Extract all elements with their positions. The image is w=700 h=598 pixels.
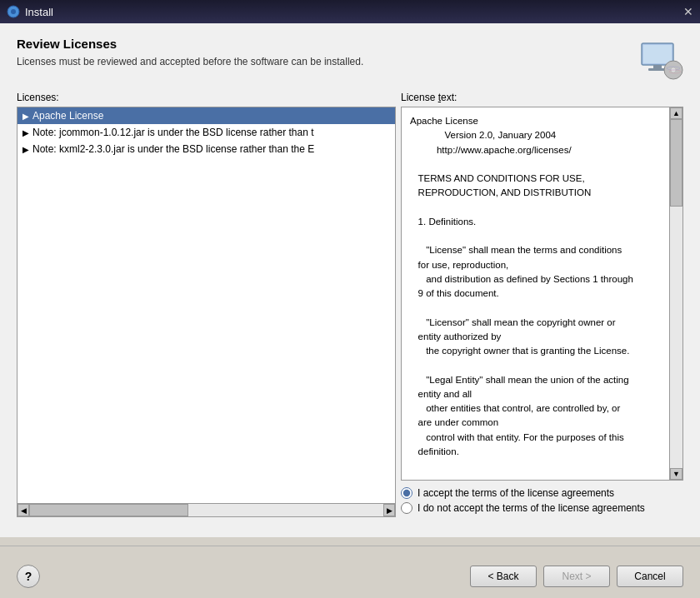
scroll-up-btn[interactable]: ▲ (670, 107, 682, 119)
titlebar-title: Install (25, 6, 53, 18)
svg-rect-4 (653, 65, 662, 68)
horizontal-scrollbar[interactable]: ◀ ▶ (17, 504, 396, 517)
decline-option: I do not accept the terms of the license… (401, 502, 683, 514)
right-panel: License text: Apache License Version 2.0… (401, 92, 683, 517)
page-title: Review Licenses (17, 37, 363, 51)
accept-option: I accept the terms of the license agreem… (401, 487, 683, 499)
licenses-list: ▶ Apache License ▶ Note: jcommon-1.0.12.… (17, 107, 396, 504)
svg-rect-3 (643, 45, 672, 63)
accept-radio[interactable] (401, 487, 412, 499)
scroll-thumb[interactable] (29, 504, 188, 516)
close-button[interactable]: ✕ (683, 5, 693, 18)
list-item[interactable]: ▶ Note: kxml2-2.3.0.jar is under the BSD… (18, 141, 395, 157)
help-button[interactable]: ? (17, 565, 40, 588)
list-item[interactable]: ▶ Note: jcommon-1.0.12.jar is under the … (18, 124, 395, 141)
radio-options: I accept the terms of the license agreem… (401, 487, 683, 517)
scroll-down-btn[interactable]: ▼ (670, 468, 682, 480)
bottom-left: ? (17, 565, 40, 588)
titlebar-left: Install (7, 5, 53, 18)
decline-label[interactable]: I do not accept the terms of the license… (418, 502, 645, 514)
main-content: Review Licenses Licenses must be reviewe… (0, 23, 700, 537)
note-item-label: Note: kxml2-2.3.0.jar is under the BSD l… (32, 143, 314, 155)
license-text-box: Apache License Version 2.0, January 2004… (401, 107, 683, 481)
v-scroll-track[interactable] (670, 119, 682, 468)
svg-point-1 (11, 9, 16, 14)
bottom-right: < Back Next > Cancel (470, 566, 683, 587)
bottom-bar: ? < Back Next > Cancel (0, 555, 700, 598)
expand-arrow-icon: ▶ (22, 145, 29, 154)
page-subtitle: Licenses must be reviewed and accepted b… (17, 56, 363, 67)
header-area: Review Licenses Licenses must be reviewe… (17, 37, 683, 82)
back-button[interactable]: < Back (470, 566, 537, 587)
scroll-left-btn[interactable]: ◀ (18, 504, 29, 516)
expand-arrow-icon: ▶ (22, 112, 29, 121)
header-text: Review Licenses Licenses must be reviewe… (17, 37, 363, 67)
titlebar: Install ✕ (0, 0, 700, 23)
next-button[interactable]: Next > (543, 566, 610, 587)
list-item[interactable]: ▶ Apache License (18, 107, 395, 124)
decline-radio[interactable] (401, 502, 412, 514)
vertical-scrollbar[interactable]: ▲ ▼ (669, 107, 682, 480)
panels-area: Licenses: ▶ Apache License ▶ Note: jcomm… (17, 92, 683, 517)
dvd-icon (638, 37, 683, 82)
app-icon (7, 5, 20, 18)
license-text-label: License text: (401, 92, 683, 103)
scroll-right-btn[interactable]: ▶ (383, 504, 395, 516)
scroll-track[interactable] (29, 504, 383, 516)
note-item-label: Note: jcommon-1.0.12.jar is under the BS… (32, 127, 314, 138)
expand-arrow-icon: ▶ (22, 128, 29, 137)
cancel-button[interactable]: Cancel (617, 566, 683, 587)
accept-label[interactable]: I accept the terms of the license agreem… (418, 487, 614, 499)
licenses-label: Licenses: (17, 92, 396, 103)
v-scroll-thumb[interactable] (670, 119, 682, 207)
separator (0, 546, 700, 546)
left-panel: Licenses: ▶ Apache License ▶ Note: jcomm… (17, 92, 396, 517)
license-text-content: Apache License Version 2.0, January 2004… (402, 107, 669, 480)
license-item-label: Apache License (32, 110, 103, 122)
